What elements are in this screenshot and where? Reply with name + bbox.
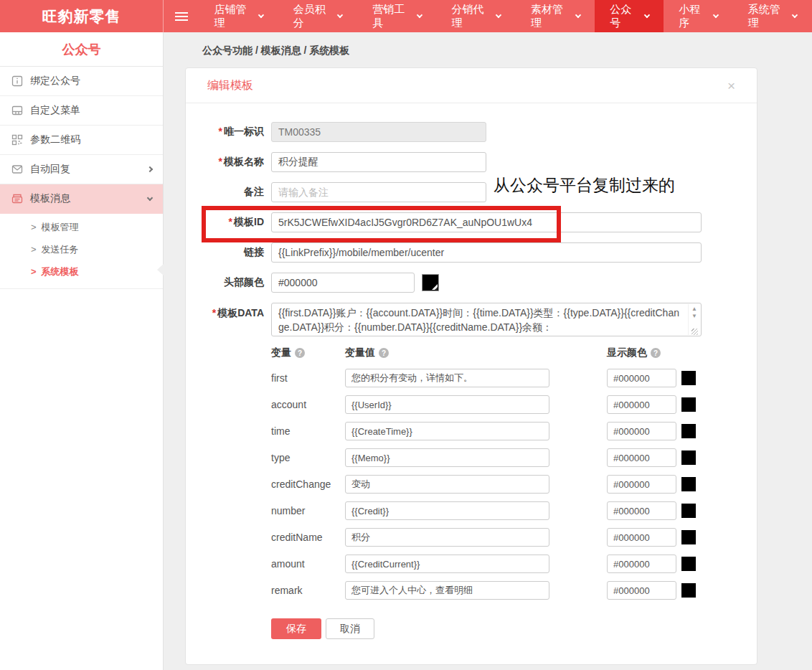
custom-menu-icon [11,104,24,117]
color-swatch[interactable] [681,424,696,438]
submenu-arrow: > [31,222,37,232]
var-color-field[interactable] [607,422,676,440]
sidebar-item-auto-reply[interactable]: 自动回复 [0,155,163,184]
sidebar-subitem-system-template[interactable]: >系统模板 [0,260,163,283]
sidebar-subitem-send-task[interactable]: >发送任务 [0,238,163,260]
form-row-template-data: *模板DATA {{first.DATA}}账户：{{account.DATA}… [207,303,735,336]
resize-grip-icon[interactable] [691,329,698,335]
qrcode-icon [11,133,24,146]
sidebar-submenu: >模板管理 >发送任务 >系统模板 [0,214,163,289]
var-color-field[interactable] [607,475,676,494]
required-mark: * [212,307,216,319]
template-data-label: 模板DATA [217,307,264,319]
color-swatch[interactable] [681,557,696,571]
main-content: 公众号功能 / 模板消息 / 系统模板 编辑模板 × *唯一标识 *模板名称 备… [164,32,812,670]
sidebar: 公众号 绑定公众号 自定义菜单 参数二维码 自动回复 模板消息 >模板管理 [0,32,164,670]
template-name-field[interactable] [271,152,486,172]
var-value-field[interactable] [345,448,549,467]
var-name: type [271,452,345,463]
nav-item-member-points[interactable]: 会员积分 [278,0,357,32]
table-row: creditName [271,528,735,547]
nav-item-material[interactable]: 素材管理 [516,0,595,32]
required-mark: * [219,126,222,137]
scroll-up-icon[interactable]: ▲ [691,306,697,313]
sidebar-item-param-qrcode[interactable]: 参数二维码 [0,126,163,155]
sidebar-item-bind-account[interactable]: 绑定公众号 [0,67,163,96]
var-value-header: 变量值 [345,346,375,359]
color-swatch[interactable] [681,397,696,412]
var-value-field[interactable] [345,581,549,600]
nav-item-marketing[interactable]: 营销工具 [357,0,436,32]
color-swatch[interactable] [681,371,696,385]
template-id-label: 模板ID [234,216,264,227]
var-name: remark [271,585,345,596]
chevron-down-icon [713,11,719,17]
var-color-field[interactable] [607,501,676,520]
var-color-field[interactable] [607,528,676,547]
var-name-header: 变量 [271,346,291,359]
nav-item-system[interactable]: 系统管理 [733,0,812,32]
table-row: first [271,369,735,387]
help-icon[interactable]: ? [295,348,305,358]
textarea-scrollbar[interactable]: ▲ ▼ [688,304,700,335]
form-row-header-color: 头部颜色 [207,273,735,293]
save-button[interactable]: 保存 [271,618,321,639]
var-value-field[interactable] [345,501,549,520]
nav-item-official-account[interactable]: 公众号 [595,0,664,32]
table-row: number [271,501,735,520]
var-color-field[interactable] [607,555,676,573]
close-icon[interactable]: × [727,79,735,93]
unique-id-field [271,122,486,142]
table-row: creditChange [271,475,735,494]
chevron-down-icon [337,11,343,17]
var-color-field[interactable] [607,395,676,414]
var-value-field[interactable] [345,528,549,547]
chevron-down-icon [417,11,422,17]
nav-item-distribution[interactable]: 分销代理 [437,0,516,32]
remark-field[interactable] [271,182,486,202]
color-swatch[interactable] [681,530,696,544]
header-color-swatch[interactable] [422,274,439,291]
scroll-down-icon[interactable]: ▼ [691,313,697,320]
nav-item-shop[interactable]: 店铺管理 [199,0,278,32]
template-data-text: {{first.DATA}}账户：{{account.DATA}}时间：{{ti… [278,307,679,333]
var-color-field[interactable] [607,369,676,387]
nav-item-mini-program[interactable]: 小程序 [664,0,732,32]
var-value-field[interactable] [345,475,549,494]
color-swatch[interactable] [681,450,696,465]
hamburger-icon[interactable] [164,0,199,32]
submenu-arrow: > [31,244,37,255]
brand-logo: 旺豹新零售 [0,0,164,32]
link-field[interactable] [271,242,702,263]
table-row: amount [271,555,735,573]
var-name: number [271,505,345,516]
var-value-field[interactable] [345,422,549,440]
form-row-template-name: *模板名称 [207,152,735,172]
template-name-label: 模板名称 [224,156,264,167]
var-value-field[interactable] [345,369,549,387]
color-swatch[interactable] [681,583,696,598]
template-data-textarea[interactable]: {{first.DATA}}账户：{{account.DATA}}时间：{{ti… [271,303,702,336]
sidebar-item-template-message[interactable]: 模板消息 [0,184,163,214]
cancel-button[interactable]: 取消 [326,618,374,639]
sidebar-subitem-template-manage[interactable]: >模板管理 [0,216,163,238]
info-icon [11,75,24,88]
var-color-field[interactable] [607,581,676,600]
top-nav: 店铺管理 会员积分 营销工具 分销代理 素材管理 公众号 小程序 系统管理 [164,0,812,32]
form-row-template-id: *模板ID [207,212,735,232]
header-color-field[interactable] [271,273,415,293]
help-icon[interactable]: ? [379,348,389,358]
chevron-right-icon [147,166,153,172]
remark-label: 备注 [207,186,271,199]
var-value-field[interactable] [345,395,549,414]
var-value-field[interactable] [345,555,549,573]
sidebar-item-custom-menu[interactable]: 自定义菜单 [0,96,163,126]
var-color-field[interactable] [607,448,676,467]
var-name: amount [271,558,345,570]
template-id-field[interactable] [271,212,702,232]
table-row: type [271,448,735,467]
help-icon[interactable]: ? [651,348,661,358]
submenu-arrow: > [31,266,37,277]
color-swatch[interactable] [681,477,696,491]
color-swatch[interactable] [681,504,696,518]
